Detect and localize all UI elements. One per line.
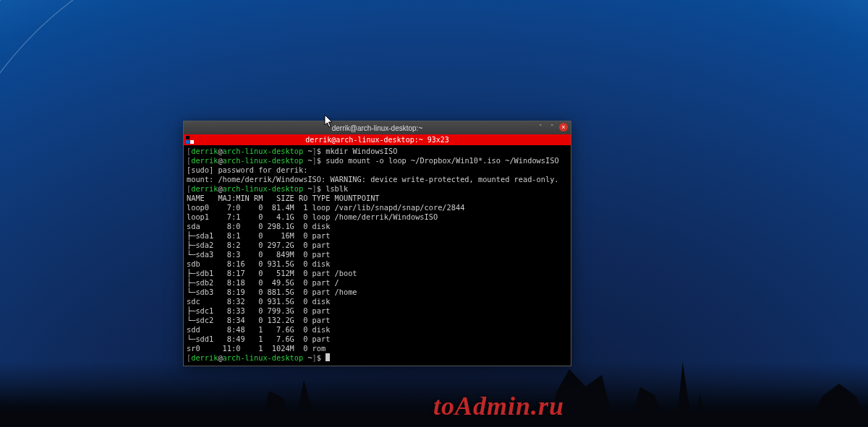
window-controls: ˅ ˄ × bbox=[536, 123, 568, 131]
lsblk-row: └─sdd1 8:49 1 7.6G 0 part bbox=[187, 335, 568, 344]
prompt-line: [derrik@arch-linux-desktop ~]$ mkdir Win… bbox=[187, 147, 568, 156]
lsblk-row: sdc 8:32 0 931.5G 0 disk bbox=[187, 297, 568, 306]
command-text: lsblk bbox=[326, 184, 348, 193]
lsblk-row: ├─sdc1 8:33 0 799.3G 0 part bbox=[187, 306, 568, 316]
window-title: derrik@arch-linux-desktop:~ bbox=[184, 124, 571, 132]
horizon-glow bbox=[0, 362, 868, 427]
terminal-output[interactable]: [derrik@arch-linux-desktop ~]$ mkdir Win… bbox=[184, 145, 571, 366]
lsblk-row: sdb 8:16 0 931.5G 0 disk bbox=[187, 259, 568, 269]
lsblk-header: NAME MAJ:MIN RM SIZE RO TYPE MOUNTPOINT bbox=[187, 194, 568, 203]
lsblk-row: sdd 8:48 1 7.6G 0 disk bbox=[187, 325, 568, 335]
terminal-cursor bbox=[326, 353, 330, 361]
command-text: sudo mount -o loop ~/Dropbox/Win10*.iso … bbox=[326, 156, 558, 165]
lsblk-row: ├─sda1 8:1 0 16M 0 part bbox=[187, 231, 568, 241]
lsblk-row: ├─sdb2 8:18 0 49.5G 0 part / bbox=[187, 278, 568, 288]
lsblk-row: └─sdb3 8:19 0 881.5G 0 part /home bbox=[187, 288, 568, 297]
desktop-wallpaper: derrik@arch-linux-desktop:~ ˅ ˄ × derrik… bbox=[0, 0, 868, 427]
prompt-line: [derrik@arch-linux-desktop ~]$ lsblk bbox=[187, 184, 568, 194]
terminal-tab-title: derrik@arch-linux-desktop:~ 93x23 bbox=[305, 136, 449, 144]
minimize-button[interactable]: ˅ bbox=[536, 123, 545, 131]
lsblk-row: └─sda3 8:3 0 849M 0 part bbox=[187, 250, 568, 259]
terminal-app-icon bbox=[186, 136, 194, 144]
output-line: [sudo] password for derrik: bbox=[187, 165, 568, 175]
terminal-window[interactable]: derrik@arch-linux-desktop:~ ˅ ˄ × derrik… bbox=[183, 121, 571, 366]
lsblk-row: sr0 11:0 1 1024M 0 rom bbox=[187, 344, 568, 353]
command-text: mkdir WindowsISO bbox=[326, 147, 397, 155]
maximize-button[interactable]: ˄ bbox=[548, 123, 556, 131]
prompt-line: [derrik@arch-linux-desktop ~]$ sudo moun… bbox=[187, 156, 568, 165]
lsblk-row: ├─sda2 8:2 0 297.2G 0 part bbox=[187, 241, 568, 250]
lsblk-row: └─sdc2 8:34 0 132.2G 0 part bbox=[187, 316, 568, 325]
window-titlebar[interactable]: derrik@arch-linux-desktop:~ ˅ ˄ × bbox=[184, 121, 571, 134]
close-button[interactable]: × bbox=[559, 123, 568, 131]
terminal-tab-bar: derrik@arch-linux-desktop:~ 93x23 bbox=[184, 134, 571, 145]
prompt-line[interactable]: [derrik@arch-linux-desktop ~]$ bbox=[187, 353, 568, 363]
output-line: mount: /home/derrik/WindowsISO: WARNING:… bbox=[187, 175, 568, 184]
lsblk-row: loop1 7:1 0 4.1G 0 loop /home/derrik/Win… bbox=[187, 212, 568, 222]
lsblk-row: ├─sdb1 8:17 0 512M 0 part /boot bbox=[187, 269, 568, 278]
lsblk-row: loop0 7:0 0 81.4M 1 loop /var/lib/snapd/… bbox=[187, 203, 568, 212]
lsblk-row: sda 8:0 0 298.1G 0 disk bbox=[187, 222, 568, 231]
